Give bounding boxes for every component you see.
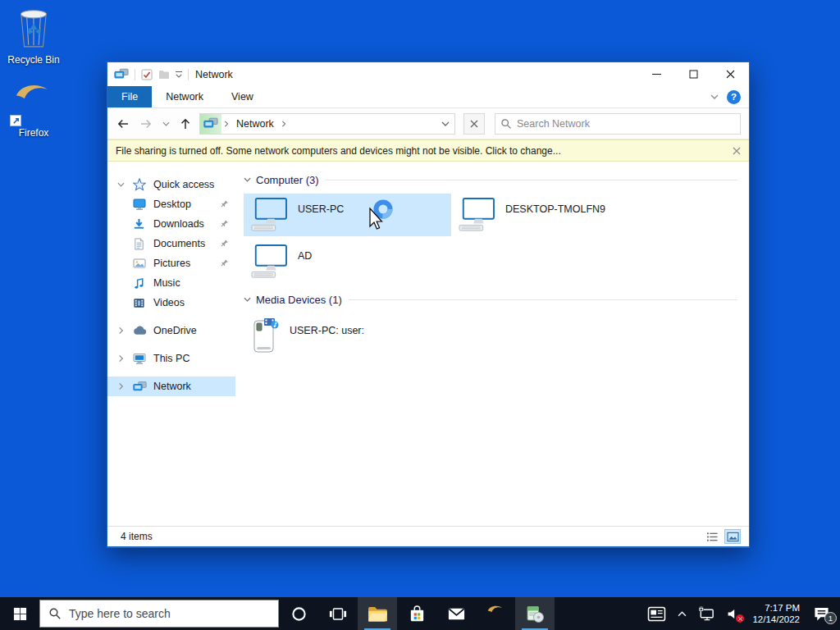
divider [326,180,737,180]
info-bar-text[interactable]: File sharing is turned off. Some network… [116,145,561,157]
address-dropdown-icon[interactable] [436,121,454,126]
collapse-ribbon-icon[interactable] [710,94,719,99]
search-input[interactable] [517,118,735,130]
chevron-down-icon[interactable] [114,182,127,187]
documents-icon [133,237,147,251]
back-button[interactable] [114,115,132,133]
file-sharing-info-bar[interactable]: File sharing is turned off. Some network… [107,139,749,162]
chevron-right-icon[interactable] [114,328,127,333]
music-icon [133,276,147,290]
network-item-ad[interactable]: AD [244,240,451,283]
task-view-button[interactable] [318,597,358,630]
taskbar-clock[interactable]: 7:17 PM 12/14/2022 [746,602,806,625]
up-button[interactable] [176,115,194,133]
divider [349,299,737,300]
maximize-button[interactable] [675,62,712,86]
desktop-icon-label: Firefox [2,127,66,139]
pin-icon [220,200,228,208]
pin-icon [220,259,228,267]
sidebar-item-music[interactable]: Music [107,273,235,293]
new-folder-button[interactable] [158,70,170,80]
breadcrumb-separator-icon [281,121,287,126]
sidebar-item-this-pc[interactable]: This PC [107,349,235,368]
show-hidden-icons-button[interactable] [672,597,692,630]
action-center-button[interactable]: 1 [806,597,840,630]
system-tray: 7:17 PM 12/14/2022 1 [641,597,840,630]
onedrive-icon [133,324,147,338]
sidebar-item-quick-access[interactable]: Quick access [107,175,235,194]
sidebar-item-onedrive[interactable]: OneDrive [107,321,235,340]
search-box[interactable] [495,113,741,135]
news-widget-button[interactable] [641,597,672,630]
help-icon[interactable]: ? [727,90,741,104]
navigation-pane: Quick access Desktop Downloads Documents [107,162,235,526]
network-icon [133,380,147,394]
start-button[interactable] [0,597,39,630]
minimize-button[interactable] [638,62,675,86]
downloads-icon [133,217,147,231]
sidebar-item-desktop[interactable]: Desktop [107,194,235,214]
taskbar-search[interactable] [39,600,279,628]
this-pc-icon [133,352,147,366]
divider [188,69,189,80]
clock-time: 7:17 PM [752,602,800,614]
installer-app-button[interactable] [515,597,555,630]
sidebar-item-videos[interactable]: Videos [107,293,235,313]
tab-network[interactable]: Network [152,86,217,107]
forward-button[interactable] [137,115,155,133]
title-bar[interactable]: Network [107,62,749,86]
network-item-desktop-tmolfn9[interactable]: DESKTOP-TMOLFN9 [451,194,659,236]
file-explorer-window: Network File Network View ? Network [107,62,750,548]
shortcut-arrow-icon [10,115,21,126]
volume-muted-badge [736,614,744,623]
sidebar-item-pictures[interactable]: Pictures [107,253,235,273]
navigation-toolbar: Network [107,108,749,139]
media-device-icon [250,317,280,355]
address-network-icon [200,114,221,134]
info-bar-close-icon[interactable] [733,147,741,155]
pictures-icon [133,257,147,271]
stop-refresh-button[interactable] [463,113,485,135]
pin-icon [220,240,228,248]
taskbar-search-input[interactable] [69,607,270,620]
volume-tray-icon[interactable] [721,597,746,630]
group-header-media-devices[interactable]: Media Devices (1) [244,291,737,308]
chevron-down-icon[interactable] [244,297,251,302]
chevron-down-icon[interactable] [244,177,251,182]
search-icon [500,118,512,130]
sidebar-item-network[interactable]: Network [107,377,235,396]
group-header-computer[interactable]: Computer (3) [244,171,737,188]
sidebar-item-documents[interactable]: Documents [107,234,235,253]
network-tray-icon[interactable] [692,597,721,630]
mail-button[interactable] [436,597,476,630]
desktop-icon-firefox[interactable]: Firefox [2,80,66,139]
desktop-icon-recycle-bin[interactable]: Recycle Bin [2,7,66,66]
search-icon [48,607,62,620]
quick-access-icon [133,178,147,192]
file-explorer-taskbar-button[interactable] [358,597,397,630]
sidebar-item-downloads[interactable]: Downloads [107,214,235,234]
microsoft-store-button[interactable] [397,597,436,630]
network-item-user-pc[interactable]: USER-PC [244,194,451,236]
window-title: Network [195,69,233,80]
chevron-right-icon[interactable] [114,384,127,389]
close-button[interactable] [712,62,749,86]
breadcrumb[interactable]: Network [231,118,279,130]
chevron-right-icon[interactable] [114,356,127,361]
recent-locations-icon[interactable] [160,115,171,133]
folder-icon [368,605,388,623]
large-icons-view-button[interactable] [724,529,741,544]
cortana-button[interactable] [279,597,318,630]
firefox-taskbar-button[interactable] [476,597,515,630]
clock-date: 12/14/2022 [752,614,800,625]
videos-icon [133,296,147,310]
details-view-button[interactable] [704,529,720,544]
customize-toolbar-button[interactable] [176,71,182,78]
address-bar[interactable]: Network [199,113,455,135]
software-box-icon [525,604,545,623]
media-device-item-user-pc[interactable]: USER-PC: user: [244,313,451,356]
tab-file[interactable]: File [107,86,152,107]
properties-button[interactable] [141,69,153,80]
ribbon-tabs: File Network View ? [107,86,749,108]
tab-view[interactable]: View [217,86,267,107]
